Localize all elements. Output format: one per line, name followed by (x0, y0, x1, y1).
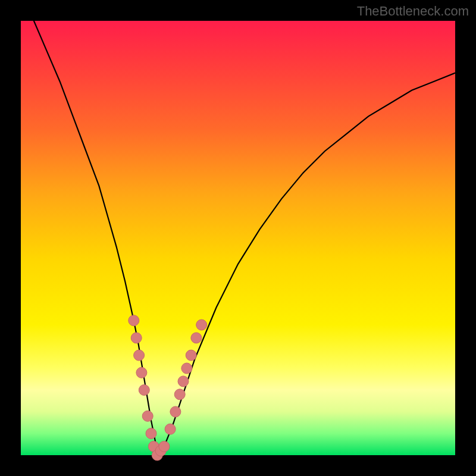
highlight-dot (129, 315, 139, 326)
highlight-dot (196, 320, 207, 330)
highlight-dot (165, 424, 176, 434)
highlight-dot (174, 389, 185, 400)
highlight-dot (170, 406, 181, 417)
highlight-dot (131, 333, 142, 343)
chart-svg (21, 21, 455, 455)
highlight-dot (136, 367, 147, 378)
watermark-text: TheBottleneck.com (357, 4, 469, 19)
highlight-dot (146, 428, 156, 439)
highlight-dot (181, 363, 192, 374)
highlight-dot (178, 376, 189, 387)
highlight-dot (139, 385, 149, 396)
highlight-dot (142, 411, 153, 421)
highlight-dot (134, 350, 145, 361)
bottleneck-curve (21, 0, 455, 455)
highlight-dot (191, 333, 202, 343)
highlight-dot (186, 350, 196, 361)
highlight-dot (159, 441, 170, 452)
